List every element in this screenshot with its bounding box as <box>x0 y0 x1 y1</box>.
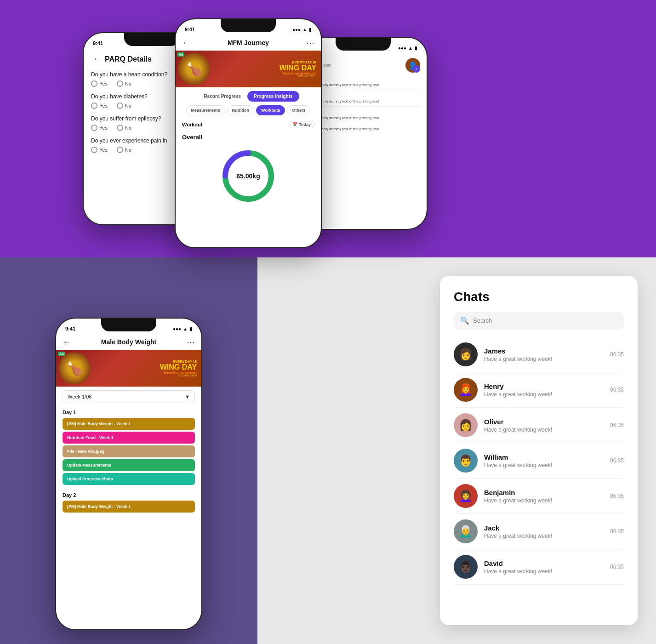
bw-back-button[interactable]: ← <box>63 337 71 347</box>
bw-header-row: ← Male Body Weight ⋯ <box>56 335 201 350</box>
chat-name-james: James <box>484 347 604 355</box>
chat-name-benjamin: Benjamin <box>484 489 604 496</box>
chat-item-henry[interactable]: 👩‍🦰 Henry Have a great working week! 06:… <box>454 372 624 408</box>
week-dropdown[interactable]: Week 1/06 ▼ <box>63 390 195 403</box>
day-2-section: Day 2 [PM] Male Body Weight - Week 1 <box>56 490 201 517</box>
overall-section: Overall 65.00kg <box>176 130 321 210</box>
battery-icon-bw: ▮ <box>189 326 192 331</box>
time: 9:41 <box>93 40 103 46</box>
signal-icon-mfm: ●●● <box>292 27 301 32</box>
bw-ad-phone: +123 456 789 0 <box>160 374 197 377</box>
chat-messages: ama This is simply dummy text of the pri… <box>306 77 420 142</box>
search-input[interactable] <box>473 317 617 324</box>
exercise-update-measurements[interactable]: Update Measurements <box>63 459 195 471</box>
phone-notch-chat <box>336 38 391 51</box>
chat-preview-david: Have a great working week! <box>484 568 604 575</box>
today-label: Today <box>299 122 311 127</box>
chat-preview-jack: Have a great working week! <box>484 533 604 539</box>
battery-icon-mfm: ▮ <box>309 27 312 32</box>
chat-item-jack[interactable]: 👨‍🦳 Jack Have a great working week! 06:3… <box>454 514 624 549</box>
bw-ad-text: EVERYDAY IS WING DAY Sauced up goodness!… <box>160 359 197 377</box>
radio-no-1[interactable] <box>117 80 123 87</box>
ad-phone: +123 456 789 0 <box>280 75 316 78</box>
phone-notch-bw <box>101 319 156 331</box>
yes-option-1[interactable]: Yes <box>91 80 108 87</box>
measurements-subtab[interactable]: Measurements <box>186 105 225 115</box>
radio-no-4[interactable] <box>117 147 123 153</box>
radio-yes-1[interactable] <box>91 80 97 87</box>
bw-ad-banner[interactable]: Ad 🍗 EVERYDAY IS WING DAY Sauced up good… <box>56 350 201 387</box>
top-section: 9:41 ●●● ▲ ▮ ← PARQ Details Do you have … <box>0 0 656 257</box>
record-progress-tab[interactable]: Record Progress <box>197 91 247 102</box>
chat-item-william[interactable]: 👨 William Have a great working week! 06:… <box>454 443 624 479</box>
radio-no-3[interactable] <box>117 125 123 131</box>
chat-item-james[interactable]: 👩 James Have a great working week! 06:35 <box>454 337 624 372</box>
no-option-4[interactable]: No <box>117 147 131 153</box>
chats-search-bar[interactable]: 🔍 <box>454 312 624 330</box>
search-icon: 🔍 <box>460 316 469 325</box>
chat-info-benjamin: Benjamin Have a great working week! <box>484 489 604 504</box>
chat-item-oliver[interactable]: 👩 Oliver Have a great working week! 06:3… <box>454 408 624 443</box>
donut-chart: 65.00kg <box>221 148 276 204</box>
radio-yes-3[interactable] <box>91 125 97 131</box>
chat-status-icons: ●●● ▲ ▮ <box>398 46 417 51</box>
yes-option-3[interactable]: Yes <box>91 125 108 131</box>
no-option-2[interactable]: No <box>117 103 131 109</box>
no-option-1[interactable]: No <box>117 80 131 87</box>
bw-menu-icon[interactable]: ⋯ <box>187 337 195 347</box>
back-button[interactable]: ← <box>93 54 101 64</box>
mfm-status-icons: ●●● ▲ ▮ <box>292 27 312 32</box>
avatar-william: 👨 <box>454 449 478 473</box>
radio-yes-2[interactable] <box>91 103 97 109</box>
overall-title: Overall <box>182 134 314 141</box>
mfm-tabs: Record Progress Progress Insights <box>176 87 321 105</box>
radio-no-2[interactable] <box>117 103 123 109</box>
exercise-pm-body-weight[interactable]: [PM] Male Body Weight - Week 1 <box>63 418 195 430</box>
wifi-icon-mfm: ▲ <box>302 27 307 32</box>
avatar-jack: 👨‍🦳 <box>454 519 478 543</box>
chat-group-bouts: bouts This is simply dummy text of the p… <box>306 110 420 123</box>
mfm-menu-icon[interactable]: ⋯ <box>306 38 314 48</box>
mfm-title: MFM Journey <box>228 39 269 46</box>
chat-item-benjamin[interactable]: 👩‍🦱 Benjamin Have a great working week! … <box>454 479 624 514</box>
bw-ad-sauced: Sauced up goodness! <box>160 371 197 374</box>
chat-info-james: James Have a great working week! <box>484 347 604 362</box>
wifi-icon-chat: ▲ <box>408 46 413 51</box>
mfm-phone: 9:41 ●●● ▲ ▮ ← MFM Journey ⋯ Ad 🍗 EVERYD… <box>175 18 322 248</box>
ad-sauced: Sauced up goodness! <box>280 72 316 75</box>
workouts-subtab[interactable]: Workouts <box>256 105 285 115</box>
mfm-ad-banner[interactable]: Ad 🍗 EVERYDAY IS WING DAY Sauced up good… <box>176 51 321 87</box>
weight-label: 65.00kg <box>236 172 260 180</box>
exercise-nutrition-food[interactable]: Nutrition Food - Week 1 <box>63 432 195 444</box>
chat-time-benjamin: 06:35 <box>610 493 624 499</box>
avatar-henry: 👩‍🦰 <box>454 378 478 402</box>
bottom-left-section: 9:41 ●●● ▲ ▮ ← Male Body Weight ⋯ Ad 🍗 E… <box>0 257 257 644</box>
chat-item-david[interactable]: 👨🏿 David Have a great working week! 06:3… <box>454 549 624 585</box>
chat-group-ts: ts <box>306 138 420 142</box>
radio-yes-4[interactable] <box>91 147 97 153</box>
chat-group-extra: This is simply dummy text of the printin… <box>306 127 420 134</box>
nutrition-subtab[interactable]: Nutrition <box>227 105 255 115</box>
exercise-upload-progress[interactable]: Upload Progress Photo <box>63 473 195 485</box>
bw-ad-wingday: WING DAY <box>160 364 197 371</box>
yes-option-2[interactable]: Yes <box>91 103 108 109</box>
mfm-back-button[interactable]: ← <box>182 38 190 48</box>
no-option-3[interactable]: No <box>117 125 131 131</box>
others-subtab[interactable]: Others <box>287 105 310 115</box>
chat-info-david: David Have a great working week! <box>484 559 604 575</box>
chat-bg-header: ← @l.com 👤 2 <box>306 58 420 73</box>
mfm-time: 9:41 <box>185 27 195 32</box>
chat-info-william: William Have a great working week! <box>484 453 604 468</box>
day-1-label: Day 1 <box>63 410 195 415</box>
chats-list: 👩 James Have a great working week! 06:35… <box>454 337 624 585</box>
chat-preview-james: Have a great working week! <box>484 356 604 362</box>
yes-option-4[interactable]: Yes <box>91 147 108 153</box>
bw-status-icons: ●●● ▲ ▮ <box>173 326 192 331</box>
chat-preview-benjamin: Have a great working week! <box>484 497 604 504</box>
exercise-file[interactable]: File - New File.jpeg <box>63 445 195 457</box>
signal-icon-chat: ●●● <box>398 46 406 51</box>
progress-insights-tab[interactable]: Progress Insights <box>247 91 299 102</box>
day-2-label: Day 2 <box>63 492 195 498</box>
battery-icon-chat: ▮ <box>415 46 417 51</box>
exercise-pm-body-weight-d2[interactable]: [PM] Male Body Weight - Week 1 <box>63 501 195 513</box>
